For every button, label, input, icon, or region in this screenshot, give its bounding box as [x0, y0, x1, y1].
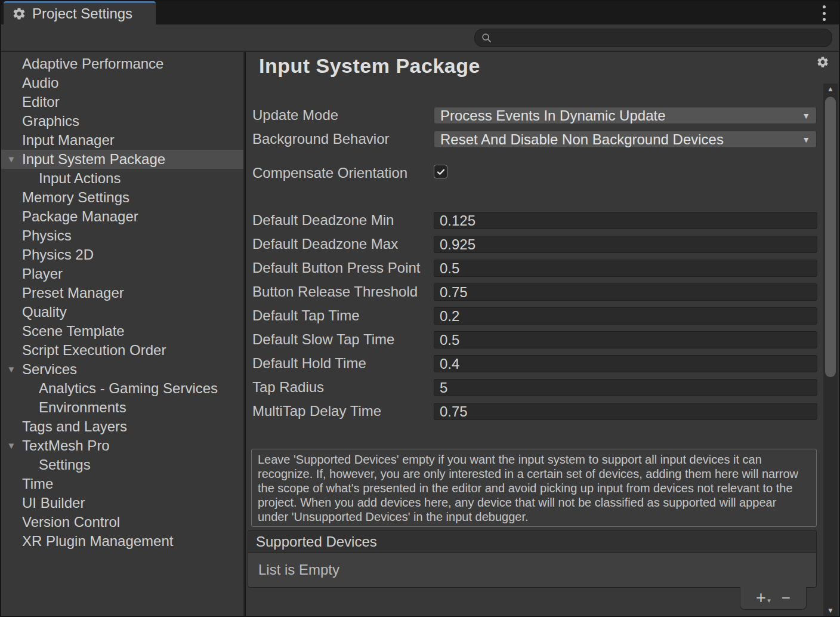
sidebar-item-adaptive-performance[interactable]: Adaptive Performance — [0, 54, 243, 73]
sidebar-item-scene-template[interactable]: Scene Template — [0, 322, 243, 341]
sidebar-item-memory-settings[interactable]: Memory Settings — [0, 188, 243, 207]
sidebar-item-physics-2d[interactable]: Physics 2D — [0, 245, 243, 264]
sidebar-item-audio[interactable]: Audio — [0, 73, 243, 92]
tap-radius-input[interactable] — [434, 380, 817, 396]
chevron-down-icon: ▼ — [802, 135, 810, 144]
foldout-arrow-icon[interactable]: ▼ — [5, 360, 18, 379]
sidebar-item-label: Physics — [22, 227, 72, 243]
sidebar-item-label: Audio — [22, 75, 58, 91]
background-behavior-dropdown[interactable]: Reset And Disable Non Background Devices… — [434, 131, 817, 148]
dropdown-selected-value: Process Events In Dynamic Update — [440, 107, 802, 124]
button-release-threshold-field — [434, 283, 817, 301]
sidebar-item-label: TextMesh Pro — [22, 437, 110, 454]
scrollbar-thumb[interactable] — [825, 97, 836, 377]
sidebar-item-label: Analytics - Gaming Services — [39, 380, 218, 396]
search-input[interactable] — [496, 31, 818, 45]
default-deadzone-max-input[interactable] — [434, 236, 817, 252]
sidebar-item-ui-builder[interactable]: UI Builder — [0, 493, 243, 513]
prop-label: Update Mode — [252, 107, 338, 124]
sidebar-item-input-system-package[interactable]: ▼Input System Package — [0, 150, 243, 169]
compensate-orientation-checkbox[interactable] — [434, 165, 447, 178]
default-slow-tap-time-input[interactable] — [434, 332, 817, 348]
prop-label: Default Tap Time — [252, 307, 360, 324]
page-title: Input System Package — [259, 54, 480, 78]
default-hold-time-field — [434, 355, 817, 372]
default-button-press-point-field — [434, 260, 817, 277]
sidebar-item-package-manager[interactable]: Package Manager — [0, 207, 243, 226]
sidebar-item-label: Adaptive Performance — [22, 55, 163, 72]
settings-sidebar: Adaptive PerformanceAudioEditorGraphicsI… — [0, 52, 245, 617]
remove-device-button[interactable]: − — [782, 590, 790, 607]
scroll-down-arrow-icon[interactable]: ▼ — [823, 605, 838, 616]
tab-strip: Project Settings — [0, 0, 840, 24]
sidebar-item-label: Graphics — [22, 113, 79, 129]
sidebar-item-label: UI Builder — [22, 495, 85, 511]
sidebar-item-textmesh-pro[interactable]: ▼TextMesh Pro — [0, 436, 243, 455]
prop-label: Default Slow Tap Time — [252, 331, 394, 348]
sidebar-item-label: Settings — [39, 456, 91, 473]
vertical-scrollbar[interactable]: ▲ ▼ — [823, 84, 838, 616]
foldout-arrow-icon[interactable]: ▼ — [5, 436, 18, 455]
multitap-delay-time-input[interactable] — [434, 403, 817, 419]
sidebar-item-label: Tags and Layers — [22, 418, 127, 434]
sidebar-item-script-execution-order[interactable]: Script Execution Order — [0, 341, 243, 360]
sidebar-item-label: Physics 2D — [22, 246, 94, 263]
sidebar-item-label: Player — [22, 266, 63, 282]
search-box[interactable] — [474, 29, 832, 47]
prop-label: Tap Radius — [252, 379, 324, 396]
sidebar-item-label: Services — [22, 361, 77, 377]
default-slow-tap-time-field — [434, 331, 817, 348]
sidebar-item-physics[interactable]: Physics — [0, 226, 243, 245]
add-device-button[interactable]: + ▾ — [756, 590, 766, 607]
sidebar-item-xr-plugin-management[interactable]: XR Plugin Management — [0, 532, 243, 551]
default-button-press-point-input[interactable] — [434, 260, 817, 276]
panel-gear-icon[interactable] — [816, 55, 829, 69]
sidebar-item-environments[interactable]: Environments — [0, 398, 243, 417]
sidebar-item-label: XR Plugin Management — [22, 533, 173, 549]
foldout-arrow-icon[interactable]: ▼ — [5, 150, 18, 169]
sidebar-nav: Adaptive PerformanceAudioEditorGraphicsI… — [0, 54, 243, 551]
list-empty-text: List is Empty — [258, 562, 339, 578]
sidebar-item-version-control[interactable]: Version Control — [0, 513, 243, 532]
sidebar-item-input-actions[interactable]: Input Actions — [0, 169, 243, 188]
sidebar-item-analytics-gaming-services[interactable]: Analytics - Gaming Services — [0, 379, 243, 398]
prop-label: Default Deadzone Min — [252, 212, 394, 229]
supported-devices-header[interactable]: Supported Devices — [248, 530, 817, 553]
default-deadzone-min-input[interactable] — [434, 212, 817, 229]
default-tap-time-input[interactable] — [434, 308, 817, 324]
sidebar-item-player[interactable]: Player — [0, 264, 243, 283]
window-menu-kebab-icon[interactable] — [820, 5, 828, 21]
scroll-up-arrow-icon[interactable]: ▲ — [823, 84, 838, 94]
prop-label: Default Deadzone Max — [252, 236, 398, 252]
prop-label: MultiTap Delay Time — [252, 403, 381, 419]
multitap-delay-time-field — [434, 403, 817, 420]
sidebar-item-settings[interactable]: Settings — [0, 455, 243, 474]
gear-icon — [12, 7, 26, 21]
sidebar-item-tags-and-layers[interactable]: Tags and Layers — [0, 417, 243, 436]
sidebar-item-label: Time — [22, 476, 53, 492]
sidebar-item-quality[interactable]: Quality — [0, 303, 243, 322]
prop-label: Default Hold Time — [252, 355, 366, 372]
compensate-orientation-label: Compensate Orientation — [252, 165, 407, 181]
prop-label: Button Release Threshold — [252, 283, 418, 300]
sidebar-item-preset-manager[interactable]: Preset Manager — [0, 283, 243, 303]
sidebar-item-label: Preset Manager — [22, 285, 124, 301]
default-hold-time-input[interactable] — [434, 356, 817, 372]
dropdown-selected-value: Reset And Disable Non Background Devices — [440, 131, 802, 148]
tab-project-settings[interactable]: Project Settings — [4, 1, 156, 24]
supported-devices-list: List is Empty — [248, 553, 817, 588]
sidebar-item-graphics[interactable]: Graphics — [0, 112, 243, 131]
sidebar-item-services[interactable]: ▼Services — [0, 360, 243, 379]
sidebar-item-time[interactable]: Time — [0, 474, 243, 493]
button-release-threshold-input[interactable] — [434, 284, 817, 300]
default-tap-time-field — [434, 307, 817, 325]
update-mode-dropdown[interactable]: Process Events In Dynamic Update▼ — [434, 107, 817, 124]
checkmark-icon — [436, 167, 446, 177]
sidebar-item-label: Package Manager — [22, 208, 138, 224]
sidebar-item-input-manager[interactable]: Input Manager — [0, 131, 243, 150]
list-footer: + ▾ − — [740, 587, 807, 610]
default-deadzone-max-field — [434, 236, 817, 253]
add-dropdown-caret-icon: ▾ — [767, 592, 771, 609]
sidebar-item-label: Input Actions — [39, 170, 121, 186]
sidebar-item-editor[interactable]: Editor — [0, 92, 243, 112]
